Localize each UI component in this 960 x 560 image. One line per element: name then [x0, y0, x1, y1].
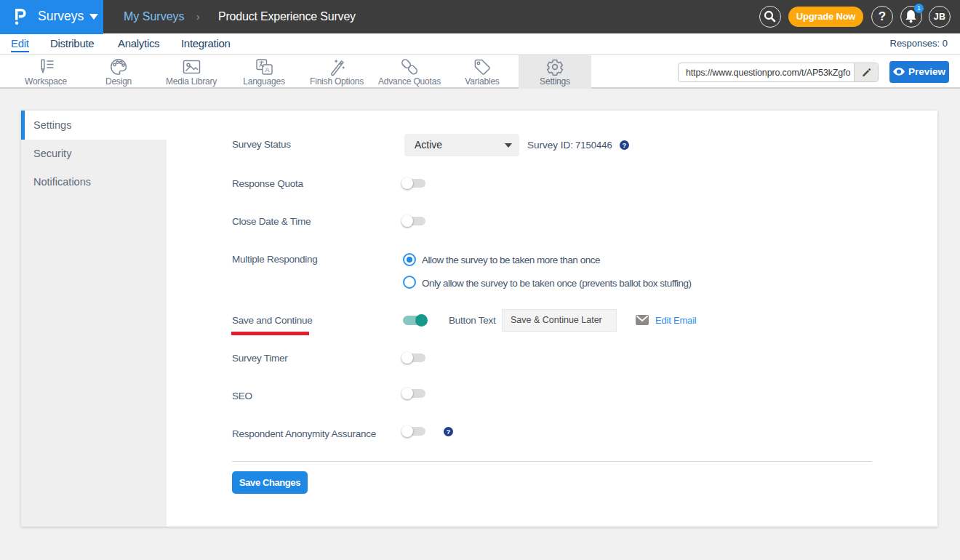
svg-text:A: A: [265, 66, 269, 73]
